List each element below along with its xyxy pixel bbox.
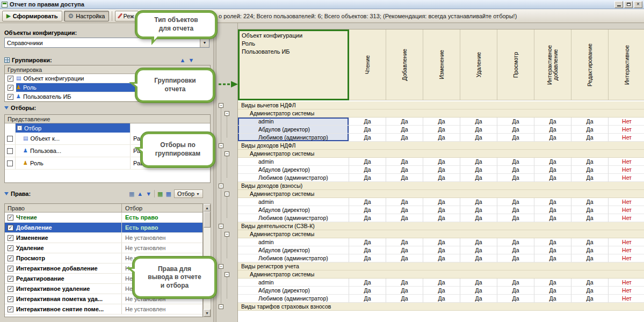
report-user-row[interactable]: Любимов (администратор)ДаДаДаДаДаДаДаНет xyxy=(238,174,644,182)
right-value-cell[interactable]: Да xyxy=(571,166,609,174)
report-group-row[interactable]: Виды доходов НДФЛ xyxy=(238,142,644,150)
report-user-row[interactable]: adminДаДаДаДаДаДаДаНет xyxy=(238,198,644,206)
right-value-cell[interactable]: Да xyxy=(423,254,460,262)
right-value-cell[interactable]: Да xyxy=(497,279,534,287)
collapse-group-button[interactable]: - xyxy=(225,151,229,156)
right-value-cell[interactable]: Да xyxy=(349,166,386,174)
right-value-cell[interactable]: Да xyxy=(423,206,460,214)
report-column-header[interactable]: Интерактивное xyxy=(609,30,644,100)
report-subgroup-row[interactable]: Администратор системы xyxy=(238,230,644,238)
right-value-cell[interactable]: Да xyxy=(534,206,571,214)
right-value-cell[interactable]: Да xyxy=(534,214,571,222)
report-group-row[interactable]: Виды регистров учета xyxy=(238,262,644,270)
right-value-cell[interactable]: Да xyxy=(386,174,423,182)
right-value-cell[interactable]: Да xyxy=(423,126,460,134)
move-down-button[interactable]: ▼ xyxy=(187,56,196,64)
right-value-cell[interactable]: Да xyxy=(534,118,571,126)
report-user-row[interactable]: Абдулов (директор)ДаДаДаДаДаДаДаНет xyxy=(238,166,644,174)
right-value-cell[interactable]: Да xyxy=(423,166,460,174)
right-value-cell[interactable]: Да xyxy=(460,158,497,166)
report-user-row[interactable]: Абдулов (директор)ДаДаДаДаДаДаДаНет xyxy=(238,246,644,254)
checkbox[interactable]: ✓ xyxy=(8,85,13,91)
move-up-button[interactable]: ▲ xyxy=(178,56,187,64)
right-value-cell[interactable]: Нет xyxy=(609,174,644,182)
user-name-cell[interactable]: admin xyxy=(238,198,349,206)
user-name-cell[interactable]: Абдулов (директор) xyxy=(238,126,349,134)
right-value-cell[interactable]: Да xyxy=(423,174,460,182)
user-name-cell[interactable]: Абдулов (директор) xyxy=(238,246,349,254)
right-value-cell[interactable]: Нет xyxy=(609,158,644,166)
move-down-icon[interactable]: ▼ xyxy=(146,191,151,197)
right-value-cell[interactable]: Да xyxy=(349,295,386,303)
right-value-cell[interactable]: Да xyxy=(386,295,423,303)
right-value-cell[interactable]: Да xyxy=(386,246,423,254)
right-value-cell[interactable]: Да xyxy=(460,287,497,295)
checkbox[interactable]: ✓ xyxy=(8,266,13,272)
right-value-cell[interactable]: Да xyxy=(349,238,386,246)
right-value-cell[interactable]: Да xyxy=(386,198,423,206)
report-group-row[interactable]: Виды доходов (взносы) xyxy=(238,182,644,190)
checkbox[interactable]: ✓ xyxy=(8,286,13,292)
report-user-row[interactable]: adminДаДаДаДаДаДаДаНет xyxy=(238,238,644,246)
checkbox[interactable]: ✓ xyxy=(8,215,13,221)
checkbox[interactable]: ✓ xyxy=(8,276,13,282)
collapse-group-button[interactable]: - xyxy=(225,111,229,116)
report-subgroup-row[interactable]: Администратор системы xyxy=(238,109,644,118)
right-value-cell[interactable]: Да xyxy=(534,295,571,303)
right-value-cell[interactable]: Да xyxy=(460,118,497,126)
right-value-cell[interactable]: Да xyxy=(460,238,497,246)
right-value-cell[interactable]: Да xyxy=(423,214,460,222)
collapse-group-button[interactable]: - xyxy=(219,304,223,309)
user-name-cell[interactable]: Абдулов (директор) xyxy=(238,166,349,174)
report-user-row[interactable]: Любимов (администратор)ДаДаДаДаДаДаДаНет xyxy=(238,134,644,142)
scroll-up-button[interactable]: ▲ xyxy=(204,204,211,211)
user-name-cell[interactable]: admin xyxy=(238,238,349,246)
right-value-cell[interactable]: Да xyxy=(349,118,386,126)
user-name-cell[interactable]: admin xyxy=(238,158,349,166)
checkbox[interactable]: ✓ xyxy=(8,76,13,82)
right-value-cell[interactable]: Нет xyxy=(609,238,644,246)
right-value-cell[interactable]: Да xyxy=(534,238,571,246)
user-name-cell[interactable]: Любимов (администратор) xyxy=(238,134,349,142)
report-column-header[interactable]: Изменение xyxy=(423,30,460,100)
chevron-down-icon[interactable]: ▼ xyxy=(200,38,209,47)
right-value-cell[interactable]: Да xyxy=(571,118,609,126)
user-name-cell[interactable]: admin xyxy=(238,279,349,287)
right-value-cell[interactable]: Да xyxy=(497,206,534,214)
right-value-cell[interactable]: Да xyxy=(497,118,534,126)
right-value-cell[interactable]: Да xyxy=(534,134,571,142)
user-name-cell[interactable]: admin xyxy=(238,118,349,126)
report-column-header[interactable]: Редактирование xyxy=(571,30,609,100)
user-name-cell[interactable]: Любимов (администратор) xyxy=(238,174,349,182)
generate-report-button[interactable]: ▶ Сформировать xyxy=(2,11,62,21)
collapse-group-button[interactable]: - xyxy=(225,232,229,237)
right-value-cell[interactable]: Да xyxy=(571,246,609,254)
right-value-cell[interactable]: Да xyxy=(386,254,423,262)
collapse-group-button[interactable]: - xyxy=(219,184,223,188)
report-column-header[interactable]: Удаление xyxy=(460,30,497,100)
right-value-cell[interactable]: Да xyxy=(423,295,460,303)
report-user-row[interactable]: adminДаДаДаДаДаДаДаНет xyxy=(238,279,644,287)
right-value-cell[interactable]: Да xyxy=(349,134,386,142)
right-value-cell[interactable]: Да xyxy=(571,279,609,287)
config-objects-select[interactable]: Справочники ▼ xyxy=(4,38,209,48)
right-value-cell[interactable]: Да xyxy=(460,134,497,142)
right-value-cell[interactable]: Да xyxy=(423,198,460,206)
right-row[interactable]: ✓ИзменениеНе установлен xyxy=(5,233,202,243)
right-value-cell[interactable]: Да xyxy=(497,126,534,134)
right-value-cell[interactable]: Да xyxy=(386,126,423,134)
right-value-cell[interactable]: Да xyxy=(534,158,571,166)
right-value-cell[interactable]: Да xyxy=(386,166,423,174)
right-value-cell[interactable]: Да xyxy=(571,295,609,303)
right-value-cell[interactable]: Да xyxy=(386,134,423,142)
right-value-cell[interactable]: Да xyxy=(460,174,497,182)
right-value-cell[interactable]: Да xyxy=(349,158,386,166)
report-user-row[interactable]: adminДаДаДаДаДаДаДаНет xyxy=(238,158,644,166)
right-value-cell[interactable]: Да xyxy=(386,287,423,295)
right-value-cell[interactable]: Нет xyxy=(609,166,644,174)
right-value-cell[interactable]: Нет xyxy=(609,198,644,206)
right-value-cell[interactable]: Да xyxy=(497,214,534,222)
right-value-cell[interactable]: Да xyxy=(497,134,534,142)
right-value-cell[interactable]: Нет xyxy=(609,214,644,222)
right-value-cell[interactable]: Да xyxy=(349,206,386,214)
